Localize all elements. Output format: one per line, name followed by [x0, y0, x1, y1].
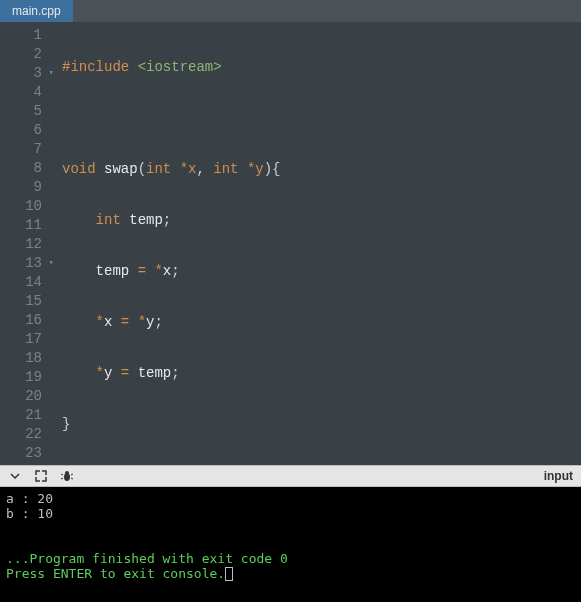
svg-line-5: [71, 478, 73, 479]
line-number: 15: [0, 292, 50, 311]
line-number: 2: [0, 45, 50, 64]
line-number: 18: [0, 349, 50, 368]
console-exit-line: ...Program finished with exit code 0: [6, 551, 288, 566]
line-number: 20: [0, 387, 50, 406]
tab-bar: main.cpp: [0, 0, 581, 22]
line-number: 8: [0, 159, 50, 178]
code-line: #include <iostream>: [62, 58, 581, 77]
tab-filename: main.cpp: [12, 4, 61, 18]
line-gutter: 1234567891011121314151617181920212223: [0, 22, 50, 465]
line-number: 22: [0, 425, 50, 444]
code-line: int temp;: [62, 211, 581, 230]
code-line: void swap(int *x, int *y){: [62, 160, 581, 179]
line-number: 23: [0, 444, 50, 463]
line-number: 9: [0, 178, 50, 197]
svg-point-1: [65, 471, 69, 475]
svg-line-4: [61, 478, 63, 479]
bug-icon[interactable]: [60, 469, 74, 483]
code-line: *x = *y;: [62, 313, 581, 332]
code-line: temp = *x;: [62, 262, 581, 281]
line-number: 4: [0, 83, 50, 102]
code-area[interactable]: #include <iostream> void swap(int *x, in…: [50, 22, 581, 465]
console-cursor: [225, 567, 233, 581]
file-tab[interactable]: main.cpp: [0, 0, 73, 22]
svg-line-2: [61, 474, 63, 475]
code-line: *y = temp;: [62, 364, 581, 383]
console-prompt-line: Press ENTER to exit console.: [6, 566, 225, 581]
console-toolbar: input: [0, 465, 581, 487]
line-number: 1: [0, 26, 50, 45]
line-number: 21: [0, 406, 50, 425]
svg-line-3: [71, 474, 73, 475]
code-line: [62, 109, 581, 128]
line-number: 11: [0, 216, 50, 235]
line-number: 10: [0, 197, 50, 216]
line-number: 5: [0, 102, 50, 121]
line-number: 6: [0, 121, 50, 140]
input-label: input: [544, 469, 573, 483]
code-line: }: [62, 415, 581, 434]
line-number: 17: [0, 330, 50, 349]
console-output[interactable]: a : 20 b : 10 ...Program finished with e…: [0, 487, 581, 602]
line-number: 7: [0, 140, 50, 159]
console-line: a : 20: [6, 491, 53, 506]
line-number: 14: [0, 273, 50, 292]
line-number: 19: [0, 368, 50, 387]
console-line: b : 10: [6, 506, 53, 521]
code-editor[interactable]: 1234567891011121314151617181920212223 #i…: [0, 22, 581, 465]
line-number: 16: [0, 311, 50, 330]
line-number: 12: [0, 235, 50, 254]
line-number: 3: [0, 64, 50, 83]
chevron-down-icon[interactable]: [8, 469, 22, 483]
expand-icon[interactable]: [34, 469, 48, 483]
line-number: 13: [0, 254, 50, 273]
